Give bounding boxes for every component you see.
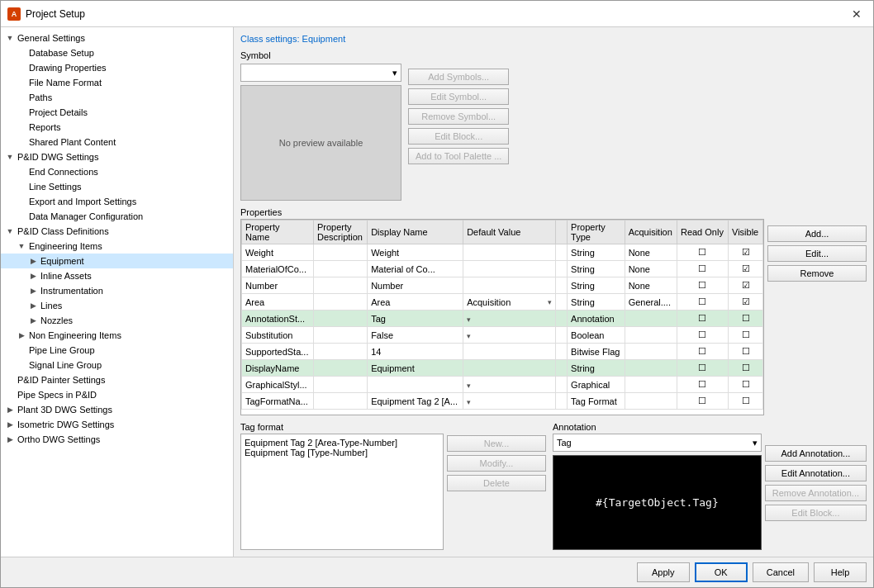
add-to-palette-button[interactable]: Add to Tool Palette ... xyxy=(408,148,509,164)
tree-item-signal-line-group[interactable]: Signal Line Group xyxy=(1,358,233,372)
close-button[interactable]: ✕ xyxy=(847,6,867,22)
tree-item-plant-3d-dwg[interactable]: ▶Plant 3D DWG Settings xyxy=(1,402,233,417)
tree-expander-export-import-settings xyxy=(16,196,27,207)
ok-button[interactable]: OK xyxy=(695,562,748,582)
window-title: Project Setup xyxy=(26,8,85,20)
tree-item-non-engineering-items[interactable]: ▶Non Engineering Items xyxy=(1,328,233,343)
tree-item-engineering-items[interactable]: ▼Engineering Items xyxy=(1,239,233,254)
table-row[interactable]: SupportedSta... 14 Bitwise Flag ☐ ☐ xyxy=(242,344,763,360)
tag-format-line-2: Equipment Tag [Type-Number] xyxy=(245,448,439,458)
symbol-dropdown[interactable]: ▾ xyxy=(240,64,401,82)
tree-item-shared-plant-content[interactable]: Shared Plant Content xyxy=(1,135,233,149)
edit-symbol-button[interactable]: Edit Symbol... xyxy=(408,88,509,105)
cell-visible: ☐ xyxy=(729,327,763,344)
tree-item-ortho-dwg[interactable]: ▶Ortho DWG Settings xyxy=(1,432,233,447)
tree-item-pid-dwg-settings[interactable]: ▼P&ID DWG Settings xyxy=(1,149,233,164)
cell-prop-name: TagFormatNa... xyxy=(242,393,314,410)
cell-dd xyxy=(556,344,568,360)
add-annotation-button[interactable]: Add Annotation... xyxy=(765,445,867,462)
cell-visible: ☐ xyxy=(729,311,763,327)
tree-expander-reports xyxy=(16,121,27,133)
help-button[interactable]: Help xyxy=(814,562,867,582)
cell-readonly: ☐ xyxy=(677,244,728,261)
properties-table-wrapper: PropertyName PropertyDescription Display… xyxy=(240,219,764,415)
cell-acquisition xyxy=(625,327,677,344)
tree-expander-end-connections xyxy=(16,166,27,178)
tree-label-drawing-properties: Drawing Properties xyxy=(29,63,107,73)
tree-item-pipe-specs[interactable]: Pipe Specs in P&ID xyxy=(1,387,233,402)
tree-item-database-setup[interactable]: Database Setup xyxy=(1,45,233,60)
table-row[interactable]: DisplayName Equipment String ☐ ☐ xyxy=(242,360,763,377)
tree-item-file-name-format[interactable]: File Name Format xyxy=(1,75,233,90)
edit-block-annotation-button[interactable]: Edit Block... xyxy=(765,505,867,521)
table-row[interactable]: AnnotationSt... Tag ▾ Annotation ☐ ☐ xyxy=(242,311,763,327)
tree-item-lines[interactable]: ▶Lines xyxy=(1,298,233,313)
table-row[interactable]: MaterialOfCo... Material of Co... String… xyxy=(242,261,763,277)
remove-property-button[interactable]: Remove xyxy=(767,265,867,282)
tree-container: ▼General SettingsDatabase SetupDrawing P… xyxy=(1,31,233,447)
tree-item-pipe-line-group[interactable]: Pipe Line Group xyxy=(1,343,233,358)
remove-symbol-button[interactable]: Remove Symbol... xyxy=(408,108,509,125)
tree-item-pid-painter-settings[interactable]: P&ID Painter Settings xyxy=(1,372,233,387)
cell-visible: ☐ xyxy=(729,393,763,410)
apply-button[interactable]: Apply xyxy=(637,562,690,582)
tree-item-instrumentation[interactable]: ▶Instrumentation xyxy=(1,283,233,298)
tree-expander-file-name-format xyxy=(16,77,27,88)
annotation-dropdown[interactable]: Tag ▾ xyxy=(553,434,762,452)
add-property-button[interactable]: Add... xyxy=(767,225,867,242)
tree-item-reports[interactable]: Reports xyxy=(1,120,233,135)
cell-prop-type: String xyxy=(568,277,625,294)
cell-default-value xyxy=(463,261,556,277)
modify-tag-format-button[interactable]: Modify... xyxy=(447,455,546,472)
tree-item-general-settings[interactable]: ▼General Settings xyxy=(1,31,233,45)
tree-item-data-manager-config[interactable]: Data Manager Configuration xyxy=(1,209,233,224)
tree-item-nozzles[interactable]: ▶Nozzles xyxy=(1,313,233,328)
table-row[interactable]: GraphicalStyl... ▾ Graphical ☐ ☐ xyxy=(242,377,763,393)
remove-annotation-button[interactable]: Remove Annotation... xyxy=(765,485,867,501)
cell-dd xyxy=(556,311,568,327)
table-row[interactable]: Area Area Acquisition▾ String General...… xyxy=(242,294,763,311)
cell-prop-type: Graphical xyxy=(568,377,625,393)
table-row[interactable]: TagFormatNa... Equipment Tag 2 [A... ▾ T… xyxy=(242,393,763,410)
tree-item-end-connections[interactable]: End Connections xyxy=(1,164,233,179)
delete-tag-format-button[interactable]: Delete xyxy=(447,475,546,491)
cell-default-value xyxy=(463,244,556,261)
properties-table-body: Weight Weight String None ☐ ☑ MaterialOf… xyxy=(242,244,763,410)
cell-default-value: Acquisition▾ xyxy=(463,294,556,311)
edit-annotation-button[interactable]: Edit Annotation... xyxy=(765,465,867,481)
tree-item-line-settings[interactable]: Line Settings xyxy=(1,179,233,194)
cell-display-name: Weight xyxy=(368,244,463,261)
tree-item-equipment[interactable]: ▶Equipment xyxy=(1,254,233,268)
tree-item-pid-class-definitions[interactable]: ▼P&ID Class Definitions xyxy=(1,224,233,239)
cell-display-name: Equipment Tag 2 [A... xyxy=(368,393,463,410)
tree-label-shared-plant-content: Shared Plant Content xyxy=(29,137,116,147)
tree-item-paths[interactable]: Paths xyxy=(1,90,233,105)
table-row[interactable]: Weight Weight String None ☐ ☑ xyxy=(242,244,763,261)
dialog-footer: Apply OK Cancel Help xyxy=(1,557,873,587)
cell-readonly: ☐ xyxy=(677,377,728,393)
tree-expander-inline-assets: ▶ xyxy=(27,270,39,282)
cell-prop-type: Tag Format xyxy=(568,393,625,410)
table-row[interactable]: Number Number String None ☐ ☑ xyxy=(242,277,763,294)
tree-item-isometric-dwg[interactable]: ▶Isometric DWG Settings xyxy=(1,417,233,432)
tree-item-inline-assets[interactable]: ▶Inline Assets xyxy=(1,268,233,283)
cancel-button[interactable]: Cancel xyxy=(753,562,809,582)
tree-expander-drawing-properties xyxy=(16,62,27,74)
cell-display-name: Tag xyxy=(368,311,463,327)
tree-label-pid-class-definitions: P&ID Class Definitions xyxy=(17,226,109,236)
cell-visible: ☑ xyxy=(729,277,763,294)
tree-item-project-details[interactable]: Project Details xyxy=(1,105,233,120)
cell-readonly: ☐ xyxy=(677,311,728,327)
edit-block-symbol-button[interactable]: Edit Block... xyxy=(408,128,509,145)
table-row[interactable]: Substitution False ▾ Boolean ☐ ☐ xyxy=(242,327,763,344)
properties-section: Properties PropertyName PropertyDescript… xyxy=(240,207,867,415)
tag-format-left: Tag format Equipment Tag 2 [Area-Type-Nu… xyxy=(240,422,444,550)
tree-item-drawing-properties[interactable]: Drawing Properties xyxy=(1,60,233,75)
cell-prop-name: Weight xyxy=(242,244,314,261)
new-tag-format-button[interactable]: New... xyxy=(447,435,546,452)
tree-item-export-import-settings[interactable]: Export and Import Settings xyxy=(1,194,233,209)
edit-property-button[interactable]: Edit... xyxy=(767,245,867,262)
col-display-name: Display Name xyxy=(368,220,463,244)
add-symbols-button[interactable]: Add Symbols... xyxy=(408,69,509,85)
annotation-dropdown-row: Tag ▾ xyxy=(553,434,762,452)
